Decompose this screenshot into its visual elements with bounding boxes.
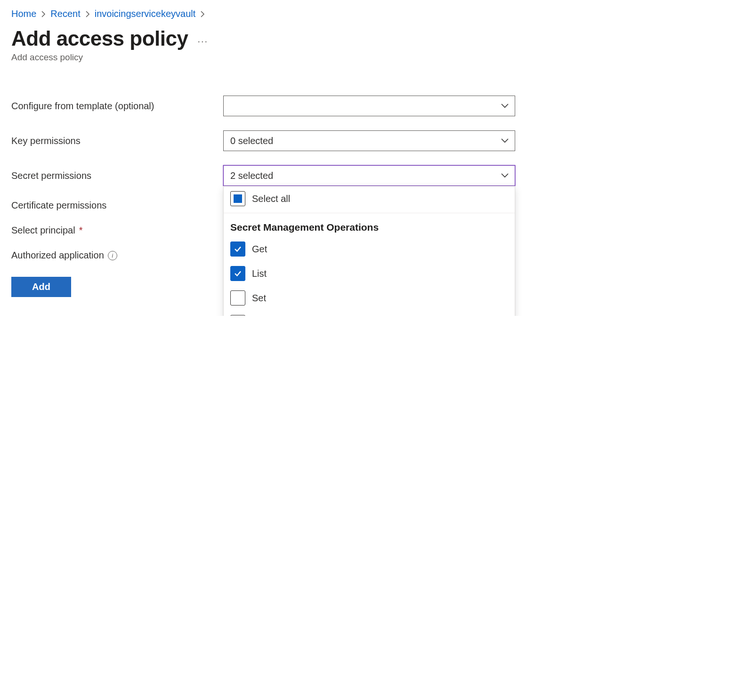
certificate-permissions-label: Certificate permissions: [11, 200, 223, 211]
select-all-option[interactable]: Select all: [224, 186, 515, 211]
breadcrumb-recent[interactable]: Recent: [50, 8, 80, 19]
checkbox-unchecked-icon: [230, 315, 245, 316]
select-principal-label: Select principal *: [11, 225, 223, 236]
chevron-down-icon: [501, 138, 509, 144]
secret-permissions-value: 2 selected: [230, 170, 273, 181]
option-label: Get: [252, 244, 267, 255]
select-all-label: Select all: [252, 193, 290, 204]
key-permissions-value: 0 selected: [230, 136, 273, 146]
chevron-down-icon: [501, 173, 509, 178]
key-permissions-label: Key permissions: [11, 136, 223, 146]
checkbox-indeterminate-icon: [230, 191, 245, 206]
select-principal-text: Select principal: [11, 225, 75, 236]
chevron-down-icon: [501, 103, 509, 109]
secret-permissions-flyout: Select all Secret Management Operations …: [223, 186, 515, 316]
chevron-right-icon: [85, 11, 90, 17]
secret-permissions-dropdown[interactable]: 2 selected: [223, 165, 515, 186]
page-title: Add access policy: [11, 27, 188, 50]
secret-permissions-label: Secret permissions: [11, 170, 223, 181]
more-actions-button[interactable]: ···: [197, 31, 208, 47]
chevron-right-icon: [41, 11, 46, 17]
option-set[interactable]: Set: [224, 286, 515, 310]
option-label: Set: [252, 293, 266, 304]
option-get[interactable]: Get: [224, 237, 515, 261]
authorized-application-text: Authorized application: [11, 250, 104, 261]
breadcrumb: Home Recent invoicingservicekeyvault: [11, 8, 726, 19]
breadcrumb-resource[interactable]: invoicingservicekeyvault: [95, 8, 196, 19]
option-list[interactable]: List: [224, 261, 515, 286]
key-permissions-dropdown[interactable]: 0 selected: [223, 130, 515, 151]
authorized-application-label: Authorized application i: [11, 250, 223, 261]
chevron-right-icon: [200, 11, 205, 17]
option-label: List: [252, 268, 267, 279]
checkbox-unchecked-icon: [230, 290, 245, 306]
option-delete[interactable]: Delete: [224, 310, 515, 316]
template-label: Configure from template (optional): [11, 101, 223, 112]
group-header-secret-mgmt: Secret Management Operations: [224, 216, 515, 237]
add-button[interactable]: Add: [11, 277, 71, 297]
checkbox-checked-icon: [230, 266, 245, 281]
page-subtitle: Add access policy: [11, 52, 726, 63]
checkbox-checked-icon: [230, 241, 245, 257]
template-dropdown[interactable]: [223, 96, 515, 116]
info-icon[interactable]: i: [108, 251, 117, 260]
required-asterisk-icon: *: [79, 225, 83, 236]
divider: [224, 213, 515, 213]
breadcrumb-home[interactable]: Home: [11, 8, 36, 19]
